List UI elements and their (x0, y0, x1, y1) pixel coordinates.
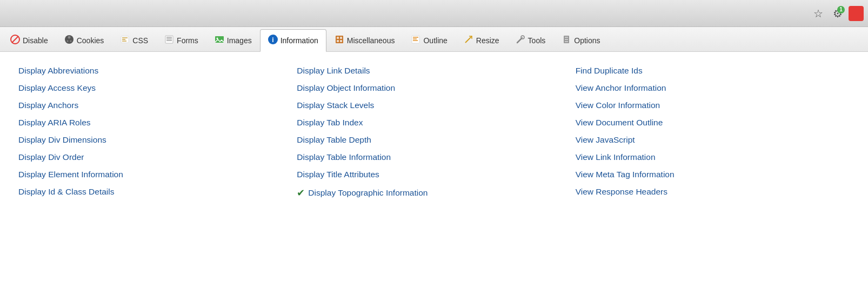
link-display-object-information[interactable]: Display Object Information (297, 83, 395, 93)
toolbar-item-label-options: Options (574, 36, 600, 45)
svg-rect-20 (340, 37, 342, 39)
link-item-display-object-information: Display Object Information (295, 80, 573, 96)
link-view-color-information[interactable]: View Color Information (576, 101, 660, 110)
link-item-display-topographic-information: ✔Display Topographic Information (295, 184, 573, 202)
disable-icon (10, 35, 20, 46)
links-column-2: Display Link DetailsDisplay Object Infor… (295, 63, 573, 202)
link-item-display-div-dimensions: Display Div Dimensions (16, 132, 295, 148)
toolbar-item-resize[interactable]: Resize (456, 29, 508, 51)
link-display-table-information[interactable]: Display Table Information (297, 152, 391, 162)
link-item-display-access-keys: Display Access Keys (16, 80, 295, 96)
svg-rect-10 (165, 36, 173, 43)
toolbar-item-label-information: Information (281, 36, 318, 45)
options-icon (562, 35, 571, 46)
toolbar-item-information[interactable]: iInformation (260, 29, 326, 52)
link-item-view-javascript: View JavaScript (573, 132, 852, 148)
link-item-display-table-information: Display Table Information (295, 149, 573, 165)
link-item-display-anchors: Display Anchors (16, 97, 295, 113)
svg-rect-33 (565, 39, 568, 40)
svg-rect-34 (565, 41, 568, 42)
link-display-topographic-information[interactable]: Display Topographic Information (308, 188, 428, 198)
toolbar-item-outline[interactable]: Outline (403, 29, 455, 51)
checkmark-icon: ✔ (297, 187, 305, 199)
links-column-3: Find Duplicate IdsView Anchor Informatio… (573, 63, 852, 202)
link-display-stack-levels[interactable]: Display Stack Levels (297, 101, 374, 110)
svg-rect-19 (337, 37, 339, 39)
link-display-tab-index[interactable]: Display Tab Index (297, 118, 363, 128)
gear-button[interactable]: ⚙ 1 (829, 5, 846, 22)
link-display-element-information[interactable]: Display Element Information (18, 170, 123, 179)
link-item-display-aria-roles: Display ARIA Roles (16, 115, 295, 131)
main-content: Display AbbreviationsDisplay Access Keys… (0, 52, 868, 281)
cookies-icon (64, 35, 74, 46)
link-display-abbreviations[interactable]: Display Abbreviations (18, 66, 98, 76)
star-button[interactable]: ☆ (810, 5, 827, 22)
link-item-view-anchor-information: View Anchor Information (573, 80, 852, 96)
svg-line-1 (12, 36, 18, 43)
toolbar-item-label-resize: Resize (476, 36, 499, 45)
link-view-meta-tag-information[interactable]: View Meta Tag Information (576, 170, 675, 179)
link-item-display-tab-index: Display Tab Index (295, 115, 573, 131)
link-display-title-attributes[interactable]: Display Title Attributes (297, 170, 379, 179)
toolbar-item-label-images: Images (227, 36, 252, 45)
resize-icon (464, 35, 473, 46)
svg-text:i: i (272, 36, 273, 44)
link-display-id-class-details[interactable]: Display Id & Class Details (18, 187, 114, 197)
link-item-view-meta-tag-information: View Meta Tag Information (573, 166, 852, 183)
toolbar-item-tools[interactable]: Tools (508, 29, 554, 51)
link-display-table-depth[interactable]: Display Table Depth (297, 135, 371, 145)
toolbar-item-images[interactable]: Images (206, 29, 260, 51)
toolbar: DisableCookiesCSSFormsImagesiInformation… (0, 27, 868, 52)
toolbar-item-cookies[interactable]: Cookies (56, 29, 112, 51)
images-icon (215, 35, 224, 46)
toolbar-item-css[interactable]: CSS (112, 29, 156, 51)
svg-rect-23 (412, 36, 419, 43)
toolbar-item-label-forms: Forms (177, 36, 198, 45)
svg-rect-14 (215, 36, 224, 43)
link-display-aria-roles[interactable]: Display ARIA Roles (18, 118, 91, 128)
link-view-anchor-information[interactable]: View Anchor Information (576, 83, 666, 93)
link-item-view-color-information: View Color Information (573, 97, 852, 113)
link-item-display-stack-levels: Display Stack Levels (295, 97, 573, 113)
toolbar-item-label-disable: Disable (23, 36, 48, 45)
link-find-duplicate-ids[interactable]: Find Duplicate Ids (576, 66, 643, 76)
miscellaneous-icon (335, 35, 344, 46)
links-column-1: Display AbbreviationsDisplay Access Keys… (16, 63, 295, 202)
link-item-view-link-information: View Link Information (573, 149, 852, 165)
link-view-document-outline[interactable]: View Document Outline (576, 118, 663, 128)
link-view-response-headers[interactable]: View Response Headers (576, 187, 667, 197)
link-view-link-information[interactable]: View Link Information (576, 152, 656, 162)
toolbar-item-miscellaneous[interactable]: Miscellaneous (326, 29, 403, 51)
svg-point-5 (70, 41, 71, 42)
link-item-display-id-class-details: Display Id & Class Details (16, 184, 295, 200)
toolbar-item-options[interactable]: Options (553, 29, 608, 51)
link-display-link-details[interactable]: Display Link Details (297, 66, 370, 76)
link-display-access-keys[interactable]: Display Access Keys (18, 83, 96, 93)
tools-icon (516, 35, 525, 46)
toolbar-item-label-css: CSS (132, 36, 148, 45)
svg-rect-32 (565, 37, 568, 38)
link-item-display-element-information: Display Element Information (16, 166, 295, 183)
toolbar-item-disable[interactable]: Disable (2, 29, 56, 51)
link-display-div-dimensions[interactable]: Display Div Dimensions (18, 135, 106, 145)
toolbar-item-label-tools: Tools (528, 36, 546, 45)
svg-line-27 (465, 36, 472, 43)
link-item-view-document-outline: View Document Outline (573, 115, 852, 131)
red-button[interactable] (849, 6, 864, 21)
svg-point-3 (68, 36, 70, 39)
link-item-display-abbreviations: Display Abbreviations (16, 63, 295, 79)
toolbar-item-forms[interactable]: Forms (156, 29, 206, 51)
information-icon: i (268, 35, 278, 46)
link-item-display-title-attributes: Display Title Attributes (295, 166, 573, 183)
gear-badge: ⚙ 1 (833, 7, 843, 20)
svg-rect-21 (337, 40, 339, 42)
svg-point-4 (66, 41, 68, 42)
toolbar-item-label-cookies: Cookies (77, 36, 104, 45)
star-icon: ☆ (813, 7, 823, 20)
link-display-anchors[interactable]: Display Anchors (18, 101, 78, 110)
chrome-top-bar: ☆ ⚙ 1 (0, 0, 868, 27)
link-item-find-duplicate-ids: Find Duplicate Ids (573, 63, 852, 79)
link-display-div-order[interactable]: Display Div Order (18, 152, 84, 162)
link-view-javascript[interactable]: View JavaScript (576, 135, 635, 145)
link-item-view-response-headers: View Response Headers (573, 184, 852, 200)
